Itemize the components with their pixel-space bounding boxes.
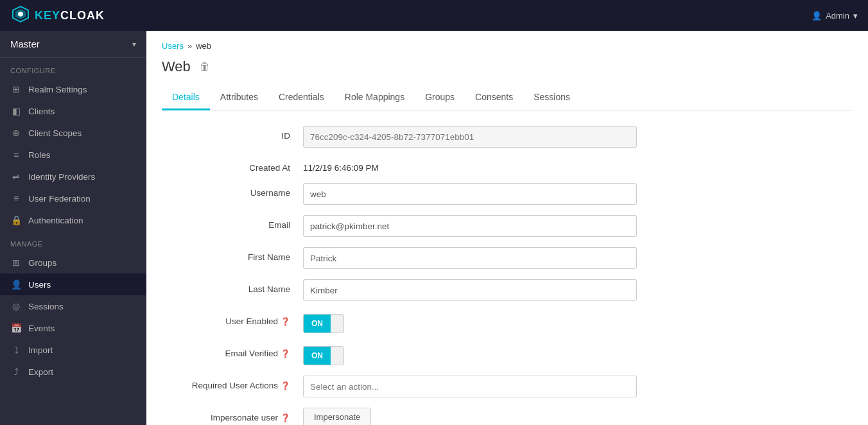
import-icon: ⤵ [10, 345, 22, 355]
form-row-email: Email [162, 215, 740, 237]
form-row-email-verified: Email Verified ❓ ON [162, 343, 740, 365]
tab-details[interactable]: Details [162, 85, 210, 110]
email-verified-control: ON [303, 343, 740, 365]
first-name-field[interactable] [303, 247, 637, 269]
email-verified-toggle-btn[interactable]: ON [303, 346, 344, 365]
realm-name: Master [10, 39, 40, 49]
main-layout: Master ▾ Configure ⊞ Realm Settings ◧ Cl… [0, 31, 868, 425]
email-verified-help-icon: ❓ [281, 349, 290, 358]
tab-groups[interactable]: Groups [415, 85, 465, 110]
identity-providers-icon: ⇌ [10, 171, 22, 182]
impersonate-button[interactable]: Impersonate [303, 408, 371, 425]
last-name-control [303, 279, 740, 301]
username-field[interactable] [303, 183, 637, 205]
user-enabled-off-btn[interactable] [331, 315, 343, 333]
sidebar-item-events[interactable]: 📅 Events [0, 317, 146, 339]
sidebar-item-import[interactable]: ⤵ Import [0, 339, 146, 361]
email-verified-off-btn[interactable] [331, 347, 343, 365]
created-at-label: Created At [162, 158, 303, 173]
sidebar-item-users[interactable]: 👤 Users [0, 273, 146, 295]
last-name-label: Last Name [162, 279, 303, 294]
user-federation-icon: ≡ [10, 193, 22, 204]
authentication-icon: 🔒 [10, 215, 22, 225]
user-enabled-help-icon: ❓ [281, 317, 290, 326]
groups-icon: ⊞ [10, 257, 22, 268]
export-icon: ⤴ [10, 367, 22, 377]
email-field[interactable] [303, 215, 637, 237]
required-actions-control [303, 376, 740, 397]
sidebar-item-label: Authentication [28, 216, 83, 225]
impersonate-control: Impersonate [303, 408, 740, 425]
sidebar-item-roles[interactable]: ≡ Roles [0, 144, 146, 166]
email-verified-toggle: ON [303, 343, 740, 365]
form-row-required-actions: Required User Actions ❓ [162, 376, 740, 397]
realm-settings-icon: ⊞ [10, 84, 22, 94]
sidebar-item-label: Events [28, 324, 55, 333]
sidebar-item-realm-settings[interactable]: ⊞ Realm Settings [0, 78, 146, 100]
email-verified-on-btn[interactable]: ON [304, 347, 331, 365]
sidebar-item-label: Identity Providers [28, 172, 95, 182]
user-enabled-label: User Enabled ❓ [162, 311, 303, 326]
sidebar-item-label: Groups [28, 258, 56, 268]
user-enabled-on-btn[interactable]: ON [304, 315, 331, 333]
topbar: KEYCLOAK 👤 Admin ▾ [0, 0, 868, 31]
required-actions-field[interactable] [303, 376, 637, 397]
sidebar-item-identity-providers[interactable]: ⇌ Identity Providers [0, 166, 146, 187]
form-row-created-at: Created At 11/2/19 6:46:09 PM [162, 158, 740, 173]
realm-selector[interactable]: Master ▾ [0, 31, 146, 58]
sidebar-item-label: Clients [28, 107, 55, 116]
configure-section-label: Configure [0, 58, 146, 78]
user-enabled-control: ON [303, 311, 740, 333]
user-enabled-toggle: ON [303, 311, 740, 333]
page-title-row: Web 🗑 [162, 58, 853, 75]
sidebar-item-label: Realm Settings [28, 85, 87, 94]
sidebar-item-export[interactable]: ⤴ Export [0, 361, 146, 383]
logo: KEYCLOAK [10, 5, 105, 26]
breadcrumb: Users » web [162, 41, 853, 51]
first-name-control [303, 247, 740, 269]
sidebar-item-label: User Federation [28, 194, 91, 204]
admin-user-icon: 👤 [812, 11, 822, 21]
manage-section-label: Manage [0, 231, 146, 252]
admin-menu[interactable]: 👤 Admin ▾ [812, 11, 858, 21]
username-label: Username [162, 183, 303, 198]
delete-user-button[interactable]: 🗑 [197, 60, 213, 74]
tab-attributes[interactable]: Attributes [210, 85, 268, 110]
tabs: Details Attributes Credentials Role Mapp… [162, 85, 853, 110]
admin-label: Admin [826, 11, 849, 21]
id-label: ID [162, 126, 303, 141]
sidebar-item-label: Export [28, 367, 53, 377]
sidebar: Master ▾ Configure ⊞ Realm Settings ◧ Cl… [0, 31, 146, 425]
sessions-icon: ◎ [10, 301, 22, 311]
created-at-value: 11/2/19 6:46:09 PM [303, 158, 740, 173]
tab-credentials[interactable]: Credentials [268, 85, 334, 110]
tab-consents[interactable]: Consents [465, 85, 523, 110]
roles-icon: ≡ [10, 150, 22, 160]
sidebar-item-label: Client Scopes [28, 128, 82, 138]
user-enabled-toggle-btn[interactable]: ON [303, 314, 344, 333]
email-verified-label: Email Verified ❓ [162, 343, 303, 358]
trash-icon: 🗑 [200, 61, 210, 72]
first-name-label: First Name [162, 247, 303, 262]
tab-role-mappings[interactable]: Role Mappings [334, 85, 415, 110]
tab-sessions[interactable]: Sessions [523, 85, 580, 110]
sidebar-item-client-scopes[interactable]: ⊕ Client Scopes [0, 122, 146, 144]
sidebar-item-sessions[interactable]: ◎ Sessions [0, 295, 146, 317]
client-scopes-icon: ⊕ [10, 128, 22, 138]
user-details-form: ID Created At 11/2/19 6:46:09 PM Usernam… [162, 126, 740, 425]
users-icon: 👤 [10, 279, 22, 290]
sidebar-item-clients[interactable]: ◧ Clients [0, 100, 146, 122]
form-row-id: ID [162, 126, 740, 148]
sidebar-item-groups[interactable]: ⊞ Groups [0, 252, 146, 273]
sidebar-item-user-federation[interactable]: ≡ User Federation [0, 187, 146, 209]
email-control [303, 215, 740, 237]
sidebar-item-authentication[interactable]: 🔒 Authentication [0, 209, 146, 231]
form-row-username: Username [162, 183, 740, 205]
form-row-last-name: Last Name [162, 279, 740, 301]
sidebar-item-label: Import [28, 345, 53, 355]
breadcrumb-users-link[interactable]: Users [162, 41, 184, 51]
form-row-first-name: First Name [162, 247, 740, 269]
impersonate-help-icon: ❓ [281, 413, 290, 422]
last-name-field[interactable] [303, 279, 637, 301]
keycloak-logo-icon [10, 5, 31, 26]
